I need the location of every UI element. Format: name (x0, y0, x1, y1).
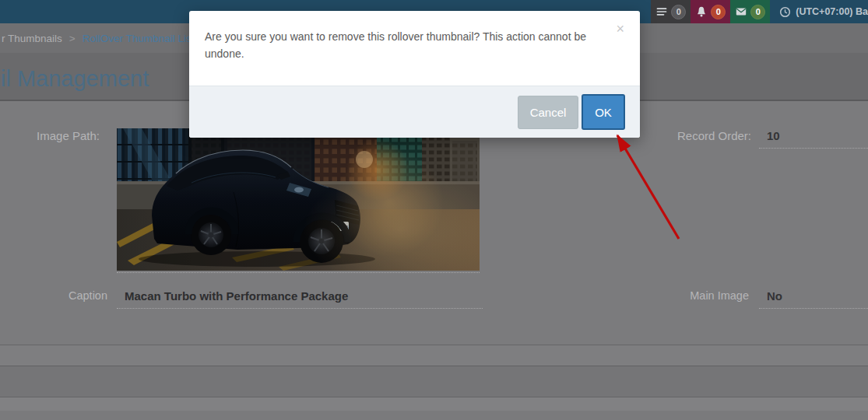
timezone-display[interactable]: (UTC+07:00) Ba (770, 0, 868, 23)
footer-band-3 (0, 397, 868, 411)
list-icon (655, 5, 668, 18)
dialog-message: Are you sure you want to remove this rol… (189, 11, 640, 63)
caption-label: Caption (0, 289, 107, 302)
breadcrumb-separator: > (69, 33, 76, 44)
caption-field[interactable]: Macan Turbo with Performance Package (117, 287, 483, 309)
main-image-label: Main Image (615, 289, 749, 302)
dialog-footer: Cancel OK (189, 86, 640, 138)
confirm-dialog: × Are you sure you want to remove this r… (189, 11, 640, 138)
footer-band-1 (0, 345, 868, 366)
image-path-label: Image Path: (0, 129, 100, 142)
record-order-value: 10 (759, 127, 868, 142)
bell-icon (695, 5, 708, 18)
clock-icon (779, 6, 791, 18)
breadcrumb-current-link[interactable]: RollOver Thumbnail Lis (83, 33, 192, 44)
timezone-label: (UTC+07:00) Ba (796, 6, 868, 17)
tasks-count-badge: 0 (671, 5, 686, 19)
main-image-value: No (759, 287, 868, 303)
main-image-field[interactable]: No (759, 287, 868, 309)
cancel-button[interactable]: Cancel (518, 96, 578, 129)
record-order-field[interactable]: 10 (759, 127, 868, 149)
caption-value: Macan Turbo with Performance Package (117, 287, 483, 303)
car-photo-illustration: S WH9886 (117, 128, 480, 271)
close-icon[interactable]: × (614, 20, 626, 37)
tasks-widget-button[interactable]: 0 (651, 0, 691, 23)
messages-count-badge: 0 (750, 5, 765, 19)
thumbnail-image: S WH9886 (117, 128, 480, 273)
footer-band-2 (0, 366, 868, 397)
breadcrumb-parent-link[interactable]: r Thumbnails (2, 33, 62, 44)
messages-widget-button[interactable]: 0 (730, 0, 770, 23)
ok-button[interactable]: OK (582, 94, 625, 130)
alerts-widget-button[interactable]: 0 (691, 0, 730, 23)
screen: 0 0 0 (UTC+07:00) Ba r Thumbnails (0, 0, 868, 420)
footer-band-4 (0, 411, 868, 420)
alerts-count-badge: 0 (711, 5, 726, 19)
envelope-icon (735, 5, 747, 18)
